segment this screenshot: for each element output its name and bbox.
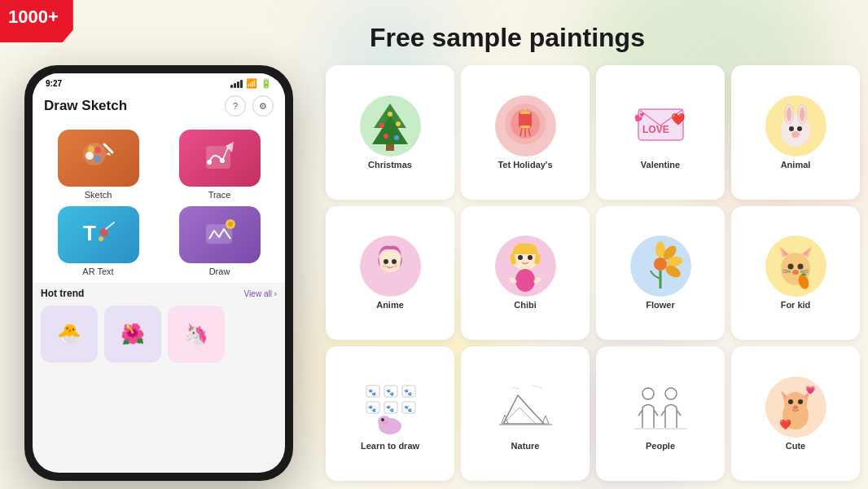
app-title: Draw Sketch	[44, 98, 127, 114]
painting-label-cute: Cute	[786, 441, 805, 451]
svg-point-95	[642, 388, 654, 399]
painting-label-animal: Animal	[781, 160, 811, 170]
svg-point-41	[789, 126, 794, 131]
svg-point-39	[787, 107, 791, 121]
svg-point-50	[518, 255, 523, 260]
svg-text:🐾: 🐾	[368, 404, 376, 412]
trend-item-1[interactable]: 🐣	[41, 306, 98, 363]
painting-label-valentine: Valentine	[641, 160, 680, 170]
svg-point-96	[665, 388, 677, 399]
svg-point-106	[793, 406, 798, 410]
view-all-button[interactable]: View all ›	[244, 289, 277, 298]
paintings-grid: Christmas Tet Holiday's	[326, 65, 860, 481]
painting-label-tet: Tet Holiday's	[498, 160, 552, 170]
painting-card-people[interactable]: People	[596, 346, 725, 481]
svg-point-88	[381, 418, 384, 421]
painting-img-anime	[360, 236, 421, 297]
svg-point-10	[100, 228, 108, 236]
app-icon-trace	[179, 130, 261, 187]
svg-point-52	[515, 269, 535, 292]
svg-rect-17	[386, 144, 394, 151]
painting-img-tet	[495, 95, 556, 156]
painting-label-forkid: For kid	[781, 300, 811, 310]
painting-img-forkid	[765, 236, 826, 297]
svg-point-47	[383, 264, 387, 268]
wifi-icon: 📶	[246, 78, 257, 89]
svg-point-21	[384, 134, 388, 139]
phone-app-header: Draw Sketch ? ⚙	[33, 90, 285, 123]
svg-point-67	[798, 264, 804, 270]
svg-point-48	[394, 264, 398, 268]
svg-point-46	[392, 259, 397, 264]
painting-card-cute[interactable]: ❤️ 💗 Cute	[731, 346, 860, 481]
svg-point-11	[99, 236, 103, 241]
app-item-trace[interactable]: Trace	[162, 130, 277, 200]
phone-time: 9:27	[46, 79, 62, 88]
painting-img-nature	[493, 377, 558, 438]
svg-rect-27	[520, 126, 530, 128]
hot-trend-label: Hot trend	[41, 288, 84, 299]
svg-point-51	[528, 255, 533, 260]
painting-img-valentine: LOVE ❤️ 💕	[628, 95, 693, 156]
svg-point-104	[788, 399, 793, 404]
phone-body: 9:27 📶 🔋 Draw Sketch ? ⚙	[24, 65, 293, 481]
svg-point-20	[396, 121, 401, 126]
painting-label-anime: Anime	[376, 300, 404, 310]
svg-point-6	[207, 160, 212, 165]
help-icon[interactable]: ?	[225, 95, 246, 117]
painting-card-christmas[interactable]: Christmas	[326, 65, 454, 200]
painting-card-animal[interactable]: Animal	[731, 65, 860, 200]
svg-point-68	[792, 270, 799, 275]
painting-img-people	[628, 377, 693, 438]
hot-trend-header: Hot trend View all ›	[33, 283, 285, 302]
painting-card-learntodraw[interactable]: 🐾 🐾 🐾 🐾 🐾 🐾	[326, 346, 454, 481]
app-label-artext: AR Text	[82, 267, 113, 276]
svg-line-93	[511, 387, 519, 389]
svg-rect-26	[520, 112, 530, 114]
svg-text:🐾: 🐾	[386, 404, 394, 412]
badge-1000: 1000+	[0, 0, 73, 42]
svg-marker-16	[372, 116, 408, 144]
svg-point-59	[654, 258, 667, 271]
painting-card-tet[interactable]: Tet Holiday's	[461, 65, 590, 200]
phone-statusbar: 9:27 📶 🔋	[33, 73, 285, 90]
svg-point-89	[382, 421, 388, 425]
app-item-sketch[interactable]: Sketch	[41, 130, 156, 200]
svg-text:🐾: 🐾	[404, 388, 412, 396]
painting-img-cute: ❤️ 💗	[765, 377, 826, 438]
svg-point-4	[88, 146, 94, 152]
painting-card-valentine[interactable]: LOVE ❤️ 💕 Valentine	[596, 65, 725, 200]
app-item-draw[interactable]: Draw	[162, 206, 277, 276]
svg-point-44	[379, 249, 401, 272]
signal-icon	[230, 80, 243, 88]
hot-trend-list: 🐣 🌺 🦄	[33, 302, 285, 366]
svg-point-14	[228, 222, 233, 227]
svg-text:LOVE: LOVE	[642, 124, 669, 135]
app-grid: Sketch Trace	[33, 123, 285, 283]
app-icon-artext: T	[58, 206, 139, 263]
paintings-section: Christmas Tet Holiday's	[326, 65, 860, 481]
svg-point-66	[788, 264, 794, 270]
painting-img-christmas	[360, 95, 421, 156]
app-item-artext[interactable]: T AR Text	[41, 206, 156, 276]
settings-icon[interactable]: ⚙	[252, 95, 274, 117]
svg-text:🐾: 🐾	[404, 404, 412, 412]
svg-point-43	[791, 131, 800, 138]
painting-card-flower[interactable]: Flower	[596, 206, 725, 341]
phone-mockup: 9:27 📶 🔋 Draw Sketch ? ⚙	[16, 65, 309, 481]
svg-text:❤️: ❤️	[779, 418, 791, 430]
painting-card-anime[interactable]: Anime	[326, 206, 454, 341]
trend-item-2[interactable]: 🌺	[104, 306, 161, 363]
painting-card-chibi[interactable]: Chibi	[461, 206, 590, 341]
painting-label-christmas: Christmas	[368, 160, 412, 170]
header-action-icons: ? ⚙	[225, 95, 274, 117]
painting-label-chibi: Chibi	[514, 300, 537, 310]
trend-item-3[interactable]: 🦄	[168, 306, 225, 363]
painting-card-forkid[interactable]: For kid	[731, 206, 860, 341]
painting-img-learntodraw: 🐾 🐾 🐾 🐾 🐾 🐾	[357, 377, 423, 438]
painting-label-flower: Flower	[646, 300, 674, 310]
svg-point-40	[800, 107, 804, 121]
svg-text:🐾: 🐾	[368, 388, 376, 396]
painting-img-flower	[630, 236, 691, 297]
painting-card-nature[interactable]: Nature	[461, 346, 590, 481]
